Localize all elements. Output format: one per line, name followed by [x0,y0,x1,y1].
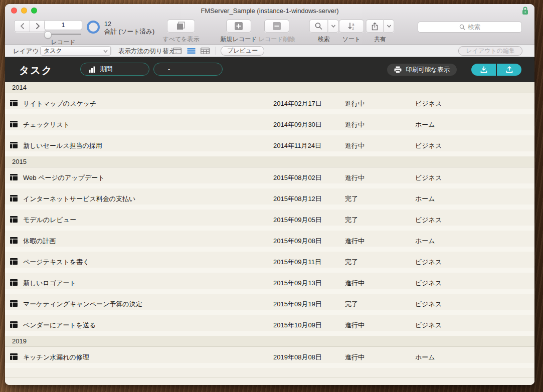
table-row[interactable]: 休暇の計画2015年09月08日進行中ホーム [5,231,534,252]
form-view-button[interactable] [171,47,183,55]
task-category: ビジネス [415,321,442,330]
task-icon [10,353,18,361]
plus-icon [234,22,243,31]
list-view-button[interactable] [185,47,197,55]
table-row[interactable]: チェックリスト2014年09月30日進行中ホーム [5,114,534,135]
task-category: ホーム [415,194,435,204]
search-input[interactable]: 検索 [418,22,522,33]
found-set-pie-icon[interactable] [87,21,100,34]
minus-icon [272,22,281,31]
task-record-icon [10,142,18,148]
year-group-header: 2014 [5,82,534,93]
task-icon [10,279,18,287]
task-date: 2015年09月05日 [273,216,322,225]
task-category: ビジネス [415,279,442,288]
record-slider[interactable] [45,34,81,35]
layout-selector[interactable]: タスク [40,46,111,56]
current-record-input[interactable]: 1 [44,20,82,30]
task-category: ビジネス [415,141,442,150]
bar-chart-icon [89,66,95,73]
task-date: 2014年09月30日 [273,120,322,129]
edit-layout-button[interactable]: レイアウトの編集 [458,46,522,56]
printable-view-button[interactable]: 印刷可能な表示 [387,64,457,76]
task-status: 完了 [345,300,358,309]
layout-selector-value: タスク [44,47,62,55]
task-icon [10,100,18,108]
table-row[interactable]: 新しいロゴアート2015年09月13日進行中ビジネス [5,273,534,294]
task-category: ビジネス [415,216,442,225]
delete-record-button[interactable] [264,20,289,33]
task-status: 進行中 [345,99,365,108]
duration-button-label: 期間 [100,65,112,74]
task-date: 2015年09月19日 [273,300,322,309]
task-icon [10,237,18,245]
next-record-button[interactable] [30,20,46,32]
table-row[interactable]: マーケティングキャンペーン予算の決定2015年09月19日完了ビジネス [5,294,534,315]
task-category: ビジネス [415,99,442,108]
table-row[interactable]: 新しいセールス担当の採用2014年11月24日進行中ビジネス [5,135,534,156]
table-row[interactable]: サイトマップのスケッチ2014年02月17日進行中ビジネス [5,93,534,114]
upload-button[interactable] [497,64,521,76]
task-icon [10,321,18,329]
task-name: 休暇の計画 [23,237,56,246]
task-record-icon [10,279,18,286]
printer-icon [394,66,402,73]
task-record-icon [10,300,18,307]
task-date: 2014年11月24日 [273,141,321,150]
table-row[interactable]: ページテキストを書く2015年09月11日完了ビジネス [5,252,534,273]
secondary-filter-button[interactable]: - [153,63,223,76]
table-view-button[interactable] [199,47,211,55]
previous-record-button[interactable] [14,20,30,32]
view-switch-label: 表示方法の切り替え: [118,47,177,56]
share-dropdown-button[interactable] [384,20,395,33]
search-placeholder: 検索 [468,23,480,32]
task-status: 完了 [345,194,358,204]
layout-header: タスク 期間 - 印刷可能な表示 [5,57,534,82]
table-row[interactable]: キッチン水漏れの修理2019年08月08日進行中ホーム [5,347,534,368]
task-status: 進行中 [345,237,365,246]
table-row[interactable]: Web ページのアップデート2015年08月02日進行中ビジネス [5,167,534,188]
svg-text:a: a [352,23,354,26]
table-row[interactable]: ベンダーにアートを送る2015年10月09日進行中ビジネス [5,315,534,336]
task-record-icon [10,100,18,106]
task-date: 2015年09月08日 [273,237,322,246]
table-row[interactable]: モデルのレビュー2015年09月05日完了ビジネス [5,210,534,231]
task-icon [10,216,18,224]
secondary-filter-label: - [168,66,170,73]
task-name: モデルのレビュー [23,216,76,225]
download-button[interactable] [471,64,497,76]
task-icon [10,174,18,182]
task-date: 2015年10月09日 [273,321,322,330]
table-row[interactable]: インターネットサービス料金の支払い2015年08月12日完了ホーム [5,188,534,210]
search-icon [459,24,465,30]
show-all-button[interactable] [167,20,195,33]
task-category: ビジネス [415,258,442,267]
sort-label: ソート [336,35,367,44]
task-record-icon [10,121,18,127]
task-date: 2015年09月13日 [273,279,322,288]
task-status: 進行中 [345,279,365,288]
record-slider-thumb[interactable] [44,31,52,39]
preview-button[interactable]: プレビュー [221,46,264,56]
chevron-down-icon [387,25,391,28]
new-record-button[interactable] [226,20,251,33]
task-list: 2014サイトマップのスケッチ2014年02月17日進行中ビジネスチェックリスト… [5,82,534,385]
app-window: FMServer_Sample (instance-1-windows-serv… [5,4,534,385]
task-name: キッチン水漏れの修理 [23,353,89,362]
task-icon [10,142,18,150]
list-view-icon [187,48,196,54]
task-status: 進行中 [345,353,365,362]
sort-button[interactable]: a z [339,20,364,33]
duration-chart-button[interactable]: 期間 [80,63,149,76]
share-group: 共有 [364,17,397,45]
task-status: 進行中 [345,173,365,182]
printable-view-label: 印刷可能な表示 [406,66,450,74]
task-name: 新しいロゴアート [23,279,76,288]
task-date: 2015年09月11日 [273,258,321,267]
find-button[interactable] [309,20,328,33]
task-icon [10,121,18,129]
share-button[interactable] [366,20,384,33]
task-status: 進行中 [345,141,365,150]
task-status: 進行中 [345,321,365,330]
task-date: 2015年08月02日 [273,173,322,182]
